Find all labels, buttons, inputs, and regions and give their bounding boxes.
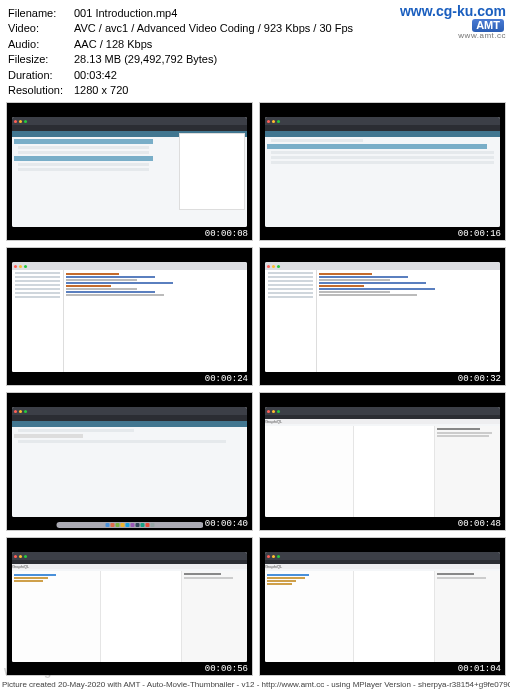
value-video: AVC / avc1 / Advanced Video Coding / 923… bbox=[74, 21, 353, 36]
timestamp: 00:00:40 bbox=[203, 519, 250, 529]
code-editor bbox=[64, 270, 247, 372]
timestamp: 00:00:48 bbox=[456, 519, 503, 529]
graphiql-title: GraphiQL bbox=[265, 419, 282, 424]
watermark-main: www.cg-ku.com bbox=[400, 4, 506, 18]
timestamp: 00:00:56 bbox=[203, 664, 250, 674]
thumbnail-7: GraphiQL 00:00:56 bbox=[6, 537, 253, 676]
thumbnail-3: 00:00:24 bbox=[6, 247, 253, 386]
watermark-top: www.cg-ku.com AMT www.amt.cc bbox=[400, 4, 506, 40]
value-duration: 00:03:42 bbox=[74, 68, 117, 83]
watermark-sub: www.amt.cc bbox=[400, 32, 506, 40]
screen bbox=[12, 117, 247, 227]
thumbnail-1: 00:00:08 bbox=[6, 102, 253, 241]
thumbnail-4: 00:00:32 bbox=[259, 247, 506, 386]
label-video: Video: bbox=[8, 21, 74, 36]
value-resolution: 1280 x 720 bbox=[74, 83, 128, 98]
value-filesize: 28.13 MB (29,492,792 Bytes) bbox=[74, 52, 217, 67]
thumbnail-6: GraphiQL 00:00:48 bbox=[259, 392, 506, 531]
timestamp: 00:00:16 bbox=[456, 229, 503, 239]
timestamp: 00:01:04 bbox=[456, 664, 503, 674]
label-duration: Duration: bbox=[8, 68, 74, 83]
timestamp: 00:00:32 bbox=[456, 374, 503, 384]
timestamp: 00:00:08 bbox=[203, 229, 250, 239]
file-tree bbox=[12, 270, 64, 372]
label-audio: Audio: bbox=[8, 37, 74, 52]
label-filesize: Filesize: bbox=[8, 52, 74, 67]
value-filename: 001 Introduction.mp4 bbox=[74, 6, 177, 21]
thumbnail-5: 00:00:40 bbox=[6, 392, 253, 531]
footer-generator-line: Picture created 20-May-2020 with AMT - A… bbox=[2, 680, 510, 689]
label-resolution: Resolution: bbox=[8, 83, 74, 98]
value-audio: AAC / 128 Kbps bbox=[74, 37, 152, 52]
timestamp: 00:00:24 bbox=[203, 374, 250, 384]
thumbnail-grid: 00:00:08 00:00:16 bbox=[0, 102, 512, 690]
label-filename: Filename: bbox=[8, 6, 74, 21]
watermark-bottom-left: www.cg-ku.com bbox=[4, 664, 101, 678]
macos-dock bbox=[56, 522, 203, 528]
thumbnail-8: GraphiQL 00:01:04 bbox=[259, 537, 506, 676]
thumbnail-2: 00:00:16 bbox=[259, 102, 506, 241]
